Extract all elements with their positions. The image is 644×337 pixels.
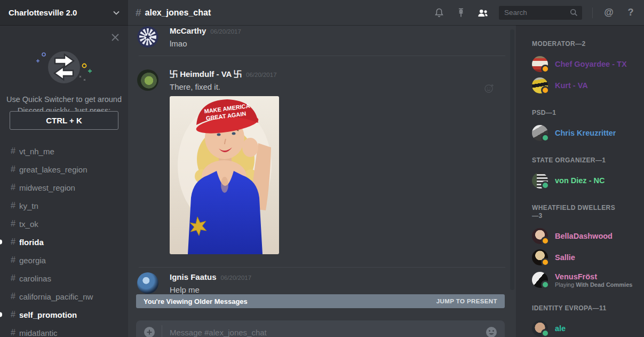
upload-plus-icon[interactable] — [144, 326, 155, 337]
avatar — [532, 228, 548, 244]
avatar — [532, 56, 548, 72]
search-input[interactable] — [503, 8, 567, 17]
channel-name: carolinas — [19, 274, 51, 283]
avatar — [532, 77, 548, 93]
channel-item-florida[interactable]: #florida — [0, 233, 128, 251]
member-name: BellaDashwood — [555, 232, 613, 240]
member-info: von Diez - NC — [555, 176, 605, 185]
mccarthy-avatar-art — [137, 26, 158, 48]
channel-item-vt_nh_me[interactable]: #vt_nh_me — [0, 142, 128, 160]
discord-app: Charlottesville 2.0 Use Quick Switcher t… — [0, 0, 644, 337]
channel-title: # alex_jones_chat — [136, 7, 433, 19]
member-info: Sallie — [555, 253, 575, 262]
member-section: IDENTITY EVROPA—11ale — [532, 304, 639, 337]
member-section-header: PSD—1 — [532, 109, 617, 117]
channel-list: #vt_nh_me#great_lakes_region#midwest_reg… — [0, 142, 128, 337]
older-messages-label: You're Viewing Older Messages — [144, 297, 248, 305]
topbar-icons: @ ? — [433, 6, 637, 20]
author-name[interactable]: 卐 Heimdulf - VA 卐 — [170, 69, 242, 80]
search-icon — [570, 9, 578, 17]
member-section: STATE ORGANIZER—1von Diez - NC — [532, 156, 639, 191]
emoji-picker-icon[interactable] — [486, 326, 497, 337]
channel-hash-icon: # — [11, 310, 15, 319]
member-name: Sallie — [555, 253, 575, 262]
avatar — [532, 249, 548, 265]
chevron-down-icon[interactable] — [113, 11, 120, 15]
avatar — [532, 272, 548, 288]
avatar[interactable] — [137, 272, 158, 294]
avatar[interactable] — [137, 26, 158, 48]
message-group: 卐 Heimdulf - VA 卐 06/20/2017 There, fixe… — [128, 69, 516, 254]
member-row[interactable]: VenusFröstPlaying With Dead Commies — [532, 268, 639, 292]
quick-switcher-shortcut: CTRL + K — [10, 111, 118, 130]
channel-name: ky_tn — [19, 201, 38, 210]
member-list-toggle-icon[interactable] — [477, 7, 489, 19]
member-row[interactable]: von Diez - NC — [532, 170, 639, 191]
chat-scrollbar[interactable] — [510, 29, 514, 290]
member-row[interactable]: BellaDashwood — [532, 225, 639, 247]
channel-name: florida — [19, 238, 44, 247]
jump-to-present-button[interactable]: JUMP TO PRESENT — [436, 298, 497, 304]
member-row[interactable]: Sallie — [532, 247, 639, 268]
channel-item-self_promotion[interactable]: #self_promotion — [0, 305, 128, 324]
member-section-header: STATE ORGANIZER—1 — [532, 156, 617, 164]
search-box — [499, 6, 582, 20]
member-row[interactable]: Kurt - VA — [532, 75, 639, 96]
avatar — [532, 320, 548, 336]
add-reaction-icon[interactable] — [483, 82, 495, 94]
channel-item-midatlantic[interactable]: #midatlantic — [0, 324, 128, 337]
channel-hash-icon: # — [11, 237, 15, 247]
member-section-header: IDENTITY EVROPA—11 — [532, 304, 617, 312]
avatar[interactable] — [137, 69, 158, 91]
notifications-bell-icon[interactable] — [433, 7, 445, 19]
message-composer — [136, 320, 505, 337]
member-row[interactable]: Chris Kreuzritter — [532, 122, 639, 144]
author-name[interactable]: McCarthy — [170, 26, 206, 35]
content-row: McCarthy 06/20/2017 lmao 卐 Heimdulf - VA… — [128, 25, 644, 337]
channel-item-tx_ok[interactable]: #tx_ok — [0, 215, 128, 233]
channel-item-midwest_region[interactable]: #midwest_region — [0, 178, 128, 197]
channel-hash-icon: # — [11, 292, 15, 301]
channel-hash-icon: # — [11, 201, 15, 210]
activity-prefix: Playing — [555, 281, 576, 288]
member-list: MODERATOR—2Chef Goyardee - TXKurt - VAPS… — [516, 25, 644, 337]
server-header[interactable]: Charlottesville 2.0 — [0, 0, 128, 25]
avatar — [532, 173, 548, 189]
channel-hash-icon: # — [11, 273, 15, 283]
message-divider — [139, 267, 505, 268]
maga-photo-illustration: MAKE AMERICA GREAT AGAIN — [170, 96, 279, 254]
chat-area: McCarthy 06/20/2017 lmao 卐 Heimdulf - VA… — [128, 25, 516, 337]
member-section: PSD—1Chris Kreuzritter — [532, 109, 639, 144]
channel-item-great_lakes_region[interactable]: #great_lakes_region — [0, 160, 128, 178]
channel-topbar: # alex_jones_chat — [128, 0, 644, 25]
help-icon[interactable]: ? — [625, 7, 637, 19]
member-row[interactable]: Chef Goyardee - TX — [532, 53, 639, 75]
channel-name: alex_jones_chat — [145, 8, 211, 18]
mentions-icon[interactable]: @ — [603, 7, 615, 19]
message-header: McCarthy 06/20/2017 — [170, 26, 484, 36]
message-group: Ignis Faatus 06/20/2017 Help me — [128, 272, 516, 295]
member-name: Chris Kreuzritter — [555, 129, 616, 137]
channel-item-carolinas[interactable]: #carolinas — [0, 269, 128, 287]
member-row[interactable]: ale — [532, 318, 639, 337]
channel-name: great_lakes_region — [19, 165, 88, 174]
status-idle-dot — [541, 65, 550, 73]
channel-item-georgia[interactable]: #georgia — [0, 251, 128, 269]
channel-name: self_promotion — [19, 310, 77, 319]
channel-item-california_pacific_nw[interactable]: #california_pacific_nw — [0, 287, 128, 305]
member-section-header: MODERATOR—2 — [532, 40, 617, 48]
author-name[interactable]: Ignis Faatus — [170, 272, 217, 281]
topbar-divider — [592, 7, 593, 18]
member-section-header: WHEATFIELD DWELLERS—3 — [532, 204, 617, 220]
status-idle-dot — [541, 258, 550, 267]
channel-item-ky_tn[interactable]: #ky_tn — [0, 197, 128, 215]
message-text: There, fixed it. — [170, 82, 484, 92]
close-icon[interactable] — [111, 33, 120, 42]
pinned-messages-icon[interactable] — [455, 7, 467, 19]
attachment-image[interactable]: MAKE AMERICA GREAT AGAIN — [170, 96, 279, 254]
status-idle-dot — [541, 237, 550, 245]
status-online-dot — [541, 181, 550, 190]
message-input[interactable] — [169, 327, 479, 337]
member-info: ale — [555, 324, 566, 333]
message-header: Ignis Faatus 06/20/2017 — [170, 272, 484, 282]
